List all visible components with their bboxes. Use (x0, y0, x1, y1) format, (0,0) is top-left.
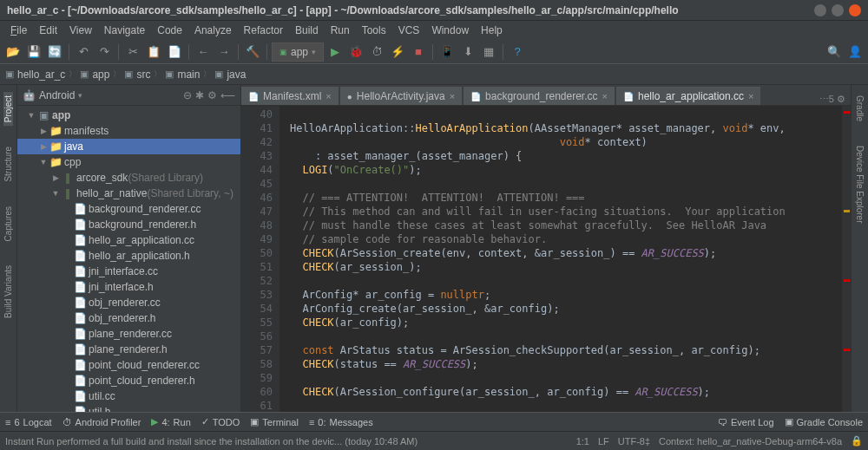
menu-tools[interactable]: Tools (357, 23, 391, 38)
save-icon[interactable]: 💾 (24, 42, 43, 62)
tree-node-cpp[interactable]: ▼📁cpp (17, 154, 240, 170)
code-editor[interactable]: 40 41 42 43 44 45 46 47 48 49 50 51 52 5… (241, 106, 851, 412)
avd-icon[interactable]: 📱 (437, 42, 457, 62)
tree-file[interactable]: 📄hello_ar_application.cc (17, 232, 240, 248)
menu-file[interactable]: File (5, 23, 32, 38)
settings-icon[interactable]: ✱ (195, 89, 204, 101)
error-stripe[interactable] (842, 106, 851, 412)
editor-tab[interactable]: 📄hello_ar_application.cc× (616, 87, 761, 105)
menu-navigate[interactable]: Navigate (99, 23, 150, 38)
project-tree[interactable]: ▼▣app ▶📁manifests ▶📁java ▼📁cpp ▶‖arcore_… (17, 106, 240, 412)
user-icon[interactable]: 👤 (845, 42, 865, 62)
breadcrumb-item[interactable]: java (227, 68, 246, 81)
status-line-ending[interactable]: LF (598, 436, 609, 447)
close-tab-icon[interactable]: × (450, 91, 455, 101)
close-tab-icon[interactable]: × (602, 91, 608, 101)
maximize-button[interactable] (832, 4, 844, 16)
tree-file[interactable]: 📄background_renderer.h (17, 217, 240, 232)
tree-file[interactable]: 📄util.h (17, 404, 240, 412)
run-icon[interactable]: ▶ (326, 42, 345, 62)
tool-gradle[interactable]: Gradle (855, 92, 865, 125)
warning-marker[interactable] (844, 210, 850, 212)
sdk-icon[interactable]: ⬇ (458, 42, 477, 62)
tree-node-hello-ar-native[interactable]: ▼‖hello_ar_native (Shared Library, ~) (17, 186, 240, 201)
sync-icon[interactable]: 🔄 (45, 42, 64, 62)
error-marker[interactable] (844, 111, 850, 114)
tree-file[interactable]: 📄obj_renderer.h (17, 310, 240, 326)
menu-view[interactable]: View (64, 23, 97, 38)
gear-icon[interactable]: ⚙ (207, 89, 217, 101)
tool-project[interactable]: Project (3, 92, 13, 126)
hide-icon[interactable]: ⟵ (220, 89, 235, 101)
tree-node-manifests[interactable]: ▶📁manifests (17, 123, 240, 139)
tree-file[interactable]: 📄jni_interface.h (17, 279, 240, 295)
bottom-logcat[interactable]: ≡ 6 Logcat (5, 417, 52, 427)
status-context[interactable]: Context: hello_ar_native-Debug-arm64-v8a (659, 436, 842, 447)
stop-icon[interactable]: ■ (409, 42, 428, 62)
menu-build[interactable]: Build (290, 23, 324, 38)
tree-file[interactable]: 📄hello_ar_application.h (17, 248, 240, 264)
debug-icon[interactable]: 🐞 (346, 42, 365, 62)
breadcrumb-item[interactable]: app (92, 68, 109, 81)
build-icon[interactable]: 🔨 (243, 42, 262, 62)
tree-file[interactable]: 📄plane_renderer.cc (17, 326, 240, 342)
tree-node-arcore-sdk[interactable]: ▶‖arcore_sdk (Shared Library) (17, 170, 240, 186)
editor-tab[interactable]: 📄Manifest.xml× (241, 87, 339, 105)
editor-tab[interactable]: ●HelloArActivity.java× (340, 87, 462, 105)
forward-icon[interactable]: → (214, 42, 233, 62)
status-caret-pos[interactable]: 1:1 (576, 436, 589, 447)
tree-file[interactable]: 📄obj_renderer.cc (17, 295, 240, 310)
editor-tab[interactable]: 📄background_renderer.cc× (464, 87, 615, 105)
menu-analyze[interactable]: Analyze (189, 23, 237, 38)
tree-file[interactable]: 📄background_renderer.cc (17, 201, 240, 217)
attach-icon[interactable]: ⚡ (388, 42, 407, 62)
collapse-icon[interactable]: ⊖ (183, 89, 192, 101)
close-button[interactable] (849, 4, 861, 16)
bottom-profiler[interactable]: ⏱ Android Profiler (62, 417, 141, 427)
help-icon[interactable]: ? (508, 42, 527, 62)
breadcrumb-item[interactable]: hello_ar_c (17, 68, 65, 81)
back-icon[interactable]: ← (194, 42, 213, 62)
menu-window[interactable]: Window (426, 23, 474, 38)
project-view-label[interactable]: Android (39, 89, 75, 101)
close-tab-icon[interactable]: × (748, 91, 753, 101)
bottom-eventlog[interactable]: 🗨 Event Log (718, 417, 774, 427)
menu-run[interactable]: Run (326, 23, 355, 38)
run-config-selector[interactable]: ▣app▾ (272, 42, 324, 62)
tree-file[interactable]: 📄point_cloud_renderer.cc (17, 357, 240, 373)
search-icon[interactable]: 🔍 (825, 42, 844, 62)
tree-node-app[interactable]: ▼▣app (17, 108, 240, 123)
error-marker[interactable] (844, 349, 850, 351)
breadcrumb-item[interactable]: src (136, 68, 150, 81)
layout-icon[interactable]: ▦ (479, 42, 498, 62)
bottom-run[interactable]: ▶ 4: Run (151, 416, 190, 427)
bottom-todo[interactable]: ✓ TODO (201, 416, 240, 427)
menu-edit[interactable]: Edit (34, 23, 62, 38)
tabs-overflow[interactable]: ⋯5 ⚙ (814, 94, 851, 105)
menu-help[interactable]: Help (476, 23, 508, 38)
menu-vcs[interactable]: VCS (393, 23, 425, 38)
tool-build-variants[interactable]: Build Variants (3, 262, 13, 322)
profile-icon[interactable]: ⏱ (367, 42, 386, 62)
undo-icon[interactable]: ↶ (74, 42, 93, 62)
open-icon[interactable]: 📂 (3, 42, 23, 62)
tree-file[interactable]: 📄util.cc (17, 388, 240, 404)
menu-code[interactable]: Code (152, 23, 187, 38)
breadcrumb-item[interactable]: main (177, 68, 200, 81)
error-marker[interactable] (844, 279, 850, 282)
code-content[interactable]: HelloArApplication::HelloArApplication(A… (279, 106, 842, 412)
tool-captures[interactable]: Captures (3, 203, 13, 245)
tool-structure[interactable]: Structure (3, 143, 13, 186)
tree-node-java[interactable]: ▶📁java (17, 139, 240, 154)
copy-icon[interactable]: 📋 (144, 42, 163, 62)
tree-file[interactable]: 📄plane_renderer.h (17, 342, 240, 357)
tree-file[interactable]: 📄jni_interface.cc (17, 264, 240, 279)
status-lock-icon[interactable]: 🔒 (851, 435, 863, 447)
tool-device-explorer[interactable]: Device File Explorer (855, 142, 865, 226)
tree-file[interactable]: 📄point_cloud_renderer.h (17, 373, 240, 388)
redo-icon[interactable]: ↷ (95, 42, 114, 62)
close-tab-icon[interactable]: × (326, 91, 331, 101)
cut-icon[interactable]: ✂ (123, 42, 142, 62)
status-encoding[interactable]: UTF-8‡ (618, 436, 650, 447)
paste-icon[interactable]: 📄 (165, 42, 184, 62)
